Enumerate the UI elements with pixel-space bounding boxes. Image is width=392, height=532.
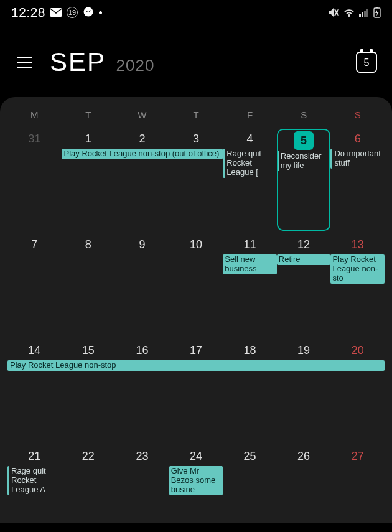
calendar-event[interactable]: Give Mr Bezos some busine — [169, 466, 223, 495]
signal-icon — [359, 8, 369, 17]
day-cell[interactable]: 13Play Rocket League non-sto — [330, 235, 385, 340]
day-cell[interactable]: 23 — [115, 446, 169, 508]
more-notifications-dot — [99, 11, 102, 14]
status-left: 12:28 19 — [11, 5, 102, 20]
day-cell[interactable]: 6Do important stuff — [330, 129, 385, 235]
wifi-icon — [343, 8, 355, 17]
day-cell[interactable]: 27 — [330, 446, 385, 508]
weekday-header: M — [7, 110, 62, 120]
day-number: 20 — [330, 342, 385, 360]
weekday-header: F — [223, 110, 277, 120]
day-number: 16 — [115, 342, 169, 360]
weekday-header: S — [330, 110, 385, 120]
month-picker[interactable]: SEP 2020 — [50, 47, 154, 77]
status-right — [328, 7, 381, 18]
day-cell[interactable]: 3 — [169, 129, 223, 235]
day-cell[interactable]: 14 — [7, 340, 62, 446]
svg-point-1 — [84, 7, 93, 17]
day-number: 19 — [277, 342, 331, 360]
day-cell[interactable]: 22 — [62, 446, 116, 508]
svg-rect-6 — [362, 12, 363, 17]
status-time: 12:28 — [11, 5, 45, 20]
calendar-event[interactable]: Reconsider my life — [277, 151, 331, 171]
day-number: 26 — [277, 447, 331, 465]
day-cell[interactable]: 21Rage quit Rocket League A — [7, 446, 62, 508]
day-cell[interactable]: 2 — [115, 129, 169, 235]
week-row: 7891011Sell new business12Retire13Play R… — [7, 235, 385, 340]
svg-rect-5 — [359, 14, 361, 17]
day-number: 15 — [62, 342, 116, 360]
svg-rect-10 — [376, 7, 378, 8]
calendar-event[interactable]: Do important stuff — [330, 149, 385, 169]
notification-count: 19 — [67, 7, 78, 18]
day-number: 1 — [62, 130, 116, 148]
day-number: 13 — [330, 236, 385, 254]
calendar-event-multiday[interactable]: Play Rocket League non-stop — [7, 360, 385, 371]
day-number: 5 — [294, 131, 314, 150]
day-cell[interactable]: 19 — [277, 340, 331, 446]
day-cell[interactable]: 7 — [7, 235, 62, 340]
menu-button[interactable] — [15, 54, 35, 71]
weekday-headers: MTWTFSS — [7, 110, 385, 120]
svg-rect-7 — [364, 11, 366, 17]
app-header: SEP 2020 5 — [0, 25, 392, 93]
gmail-icon — [50, 8, 62, 17]
day-cell[interactable]: 16 — [115, 340, 169, 446]
jump-to-today-button[interactable]: 5 — [356, 52, 377, 73]
day-number: 11 — [223, 236, 277, 254]
calendar-event[interactable]: Play Rocket League non-sto — [330, 254, 385, 284]
day-number: 14 — [7, 342, 62, 360]
day-number: 25 — [223, 447, 277, 465]
app-header-left: SEP 2020 — [15, 47, 154, 77]
day-cell[interactable]: 25 — [223, 446, 277, 508]
svg-point-4 — [348, 15, 350, 17]
day-cell[interactable]: 24Give Mr Bezos some busine — [169, 446, 223, 508]
day-number: 17 — [169, 342, 223, 360]
day-number: 21 — [7, 447, 62, 465]
day-number: 18 — [223, 342, 277, 360]
day-number: 23 — [115, 447, 169, 465]
day-cell[interactable]: 11Sell new business — [223, 235, 277, 340]
day-cell[interactable]: 12Retire — [277, 235, 331, 340]
weekday-header: T — [169, 110, 223, 120]
day-cell[interactable]: 4Rage quit Rocket League [ — [223, 129, 277, 235]
day-cell[interactable]: 9 — [115, 235, 169, 340]
day-cell[interactable]: 5Reconsider my life — [277, 129, 331, 235]
day-number: 8 — [62, 236, 116, 254]
weekday-header: T — [62, 110, 116, 120]
weekday-header: S — [277, 110, 331, 120]
week-row: 21Rage quit Rocket League A222324Give Mr… — [7, 446, 385, 508]
messenger-icon — [83, 7, 94, 18]
week-row: 311234Rage quit Rocket League [5Reconsid… — [7, 129, 385, 235]
day-number: 9 — [115, 236, 169, 254]
calendar-event[interactable]: Rage quit Rocket League [ — [223, 149, 277, 178]
calendar-event-multiday[interactable]: Play Rocket League non-stop (out of offi… — [62, 149, 223, 159]
weeks-container: 311234Rage quit Rocket League [5Reconsid… — [7, 129, 385, 508]
day-cell[interactable]: 18 — [223, 340, 277, 446]
day-number: 10 — [169, 236, 223, 254]
svg-rect-8 — [366, 9, 368, 17]
day-number: 27 — [330, 447, 385, 465]
month-name: SEP — [50, 47, 106, 77]
day-cell[interactable]: 15 — [62, 340, 116, 446]
month-year: 2020 — [116, 56, 155, 75]
day-cell[interactable]: 10 — [169, 235, 223, 340]
calendar-event[interactable]: Sell new business — [223, 254, 277, 274]
day-cell[interactable]: 8 — [62, 235, 116, 340]
day-cell[interactable]: 20 — [330, 340, 385, 446]
day-cell[interactable]: 31 — [7, 129, 62, 235]
today-day-number: 5 — [364, 57, 370, 68]
day-number: 22 — [62, 447, 116, 465]
day-number: 7 — [7, 236, 62, 254]
mute-icon — [328, 7, 339, 17]
calendar-event[interactable]: Rage quit Rocket League A — [7, 466, 62, 495]
day-cell[interactable]: 1 — [62, 129, 116, 235]
battery-icon — [373, 7, 381, 18]
status-bar: 12:28 19 — [0, 0, 392, 25]
day-cell[interactable]: 17 — [169, 340, 223, 446]
day-cell[interactable]: 26 — [277, 446, 331, 508]
day-number: 3 — [169, 130, 223, 148]
day-number: 24 — [169, 447, 223, 465]
calendar-event[interactable]: Retire — [277, 254, 331, 265]
calendar-grid[interactable]: MTWTFSS 311234Rage quit Rocket League [5… — [0, 97, 392, 523]
